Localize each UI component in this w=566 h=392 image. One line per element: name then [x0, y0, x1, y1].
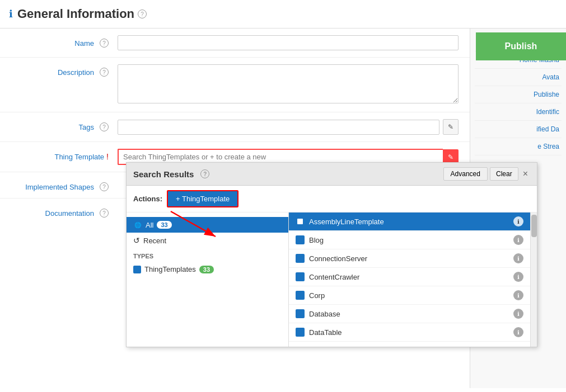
description-field-container — [118, 64, 470, 105]
actions-label: Actions: — [133, 195, 162, 203]
page-title: General Information — [17, 7, 134, 21]
actions-bar: Actions: + ThingTemplate — [127, 186, 537, 212]
result-item-assemblylinetemplate[interactable]: AssemblyLineTemplate ℹ — [289, 212, 530, 231]
dropdown-actions-bar: Advanced Clear × — [443, 167, 530, 181]
publish-area: Publish — [476, 32, 566, 60]
type-count: 33 — [199, 266, 214, 273]
result-icon-4 — [296, 291, 305, 300]
right-panel-item-publisher[interactable]: Publishe — [475, 86, 562, 103]
name-input[interactable]: eHealthThing — [118, 35, 459, 50]
result-item-connectionserver[interactable]: ConnectionServer ℹ — [289, 249, 530, 268]
pencil-icon: ✎ — [448, 123, 453, 131]
scrollbar-track[interactable] — [530, 212, 537, 347]
tags-help[interactable]: ? — [100, 122, 109, 131]
info-btn-6[interactable]: ℹ — [513, 327, 523, 337]
tags-edit-button[interactable]: ✎ — [443, 119, 459, 135]
description-textarea[interactable] — [118, 64, 459, 103]
result-icon-2 — [296, 254, 305, 263]
right-panel-item-verified[interactable]: ified Da — [475, 121, 562, 138]
tags-input[interactable]: eHealth — [118, 120, 439, 135]
result-icon-5 — [296, 309, 305, 318]
name-field-container: eHealthThing — [118, 35, 470, 50]
documentation-label: Documentation ? — [0, 205, 118, 218]
filter-all[interactable]: 🌐 All 33 — [127, 217, 288, 233]
tags-label: Tags ? — [0, 119, 118, 131]
thing-template-label: Thing Template ! — [0, 149, 118, 161]
name-label: Name ? — [0, 35, 118, 48]
header-help-badge[interactable]: ? — [138, 10, 147, 18]
result-icon-0 — [296, 217, 305, 226]
result-icon-6 — [296, 328, 305, 337]
right-panel-item-avatar[interactable]: Avata — [475, 69, 562, 86]
scrollbar-thumb[interactable] — [531, 215, 537, 237]
description-label: Description ? — [0, 64, 118, 77]
implemented-shapes-help[interactable]: ? — [100, 182, 109, 191]
thing-template-type-icon — [133, 266, 141, 273]
type-thing-templates[interactable]: ThingTemplates 33 — [127, 262, 288, 277]
create-thing-template-button[interactable]: + ThingTemplate — [167, 190, 238, 207]
info-btn-3[interactable]: ℹ — [513, 272, 523, 282]
result-item-contentcrawler[interactable]: ContentCrawler ℹ — [289, 268, 530, 286]
result-icon-3 — [296, 272, 305, 281]
types-label: TYPES — [127, 248, 288, 262]
result-item-corp[interactable]: Corp ℹ — [289, 286, 530, 305]
thing-template-pencil-icon: ✎ — [448, 153, 453, 161]
tags-field-container: eHealth ✎ — [118, 119, 470, 135]
publish-button[interactable]: Publish — [476, 32, 566, 60]
recent-icon: ↺ — [133, 236, 140, 245]
info-btn-4[interactable]: ℹ — [513, 290, 523, 300]
info-btn-2[interactable]: ℹ — [513, 253, 523, 263]
name-row: Name ? eHealthThing — [0, 29, 470, 58]
result-item-database[interactable]: Database ℹ — [289, 305, 530, 323]
name-help[interactable]: ? — [100, 39, 109, 48]
documentation-help[interactable]: ? — [100, 209, 109, 218]
right-panel-item-stream[interactable]: e Strea — [475, 138, 562, 155]
dropdown-help[interactable]: ? — [200, 169, 209, 178]
result-item-datatable[interactable]: DataTable ℹ — [289, 323, 530, 342]
dropdown-header: Search Results ? Advanced Clear × — [127, 163, 537, 186]
search-results-dropdown: Search Results ? Advanced Clear × Action… — [126, 162, 537, 347]
close-dropdown-button[interactable]: × — [521, 169, 530, 179]
description-help[interactable]: ? — [100, 68, 109, 77]
globe-icon: 🌐 — [133, 220, 142, 229]
info-icon: ℹ — [9, 8, 13, 20]
all-count: 33 — [157, 221, 171, 229]
filter-pane: 🌐 All 33 ↺ Recent TYPES ThingTemplates 3… — [127, 212, 289, 347]
required-icon: ! — [106, 152, 109, 161]
clear-button[interactable]: Clear — [490, 167, 518, 181]
svg-rect-0 — [297, 219, 303, 224]
results-pane: AssemblyLineTemplate ℹ Blog ℹ Connection… — [289, 212, 530, 347]
dropdown-title: Search Results ? — [133, 169, 209, 179]
description-row: Description ? — [0, 58, 470, 112]
info-btn-1[interactable]: ℹ — [513, 235, 523, 245]
implemented-shapes-label: Implemented Shapes ? — [0, 179, 118, 191]
right-panel-item-identifier[interactable]: Identific — [475, 103, 562, 121]
info-btn-0[interactable]: ℹ — [513, 216, 523, 226]
filter-recent[interactable]: ↺ Recent — [127, 233, 288, 248]
result-icon-1 — [296, 235, 305, 244]
page-header: ℹ General Information ? — [0, 0, 566, 29]
dropdown-body: 🌐 All 33 ↺ Recent TYPES ThingTemplates 3… — [127, 212, 537, 347]
tags-row: Tags ? eHealth ✎ — [0, 112, 470, 142]
info-btn-5[interactable]: ℹ — [513, 309, 523, 319]
advanced-button[interactable]: Advanced — [443, 167, 488, 181]
result-item-blog[interactable]: Blog ℹ — [289, 231, 530, 249]
